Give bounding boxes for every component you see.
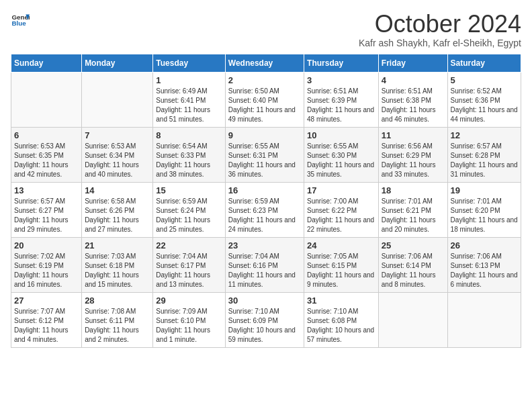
calendar-week-row: 1Sunrise: 6:49 AM Sunset: 6:41 PM Daylig…	[11, 72, 521, 127]
day-info: Sunrise: 6:58 AM Sunset: 6:26 PM Dayligh…	[85, 197, 150, 234]
day-info: Sunrise: 6:50 AM Sunset: 6:40 PM Dayligh…	[228, 87, 301, 124]
page-header: General Blue October 2024 Kafr ash Shayk…	[11, 11, 521, 48]
day-info: Sunrise: 6:51 AM Sunset: 6:38 PM Dayligh…	[382, 87, 445, 124]
calendar-cell: 9Sunrise: 6:55 AM Sunset: 6:31 PM Daylig…	[225, 127, 304, 182]
calendar-cell: 22Sunrise: 7:04 AM Sunset: 6:17 PM Dayli…	[153, 237, 225, 292]
day-info: Sunrise: 7:01 AM Sunset: 6:21 PM Dayligh…	[382, 197, 445, 234]
day-info: Sunrise: 7:04 AM Sunset: 6:17 PM Dayligh…	[156, 252, 222, 289]
calendar-cell: 15Sunrise: 6:59 AM Sunset: 6:24 PM Dayli…	[153, 182, 225, 237]
weekday-header: Thursday	[304, 54, 379, 72]
logo: General Blue	[11, 11, 30, 30]
day-info: Sunrise: 6:56 AM Sunset: 6:29 PM Dayligh…	[382, 142, 445, 179]
calendar-cell: 29Sunrise: 7:09 AM Sunset: 6:10 PM Dayli…	[153, 292, 225, 347]
weekday-header: Saturday	[447, 54, 521, 72]
calendar-cell: 18Sunrise: 7:01 AM Sunset: 6:21 PM Dayli…	[378, 182, 447, 237]
calendar-body: 1Sunrise: 6:49 AM Sunset: 6:41 PM Daylig…	[11, 72, 521, 347]
calendar-cell: 19Sunrise: 7:01 AM Sunset: 6:20 PM Dayli…	[447, 182, 521, 237]
calendar-cell	[11, 72, 82, 127]
day-info: Sunrise: 7:06 AM Sunset: 6:14 PM Dayligh…	[382, 252, 445, 289]
day-info: Sunrise: 7:05 AM Sunset: 6:15 PM Dayligh…	[307, 252, 375, 289]
day-number: 3	[307, 75, 375, 85]
calendar-cell: 13Sunrise: 6:57 AM Sunset: 6:27 PM Dayli…	[11, 182, 82, 237]
day-info: Sunrise: 7:00 AM Sunset: 6:22 PM Dayligh…	[307, 197, 375, 234]
day-number: 25	[382, 240, 445, 250]
day-number: 28	[85, 295, 150, 306]
day-number: 16	[228, 185, 301, 195]
calendar-cell: 21Sunrise: 7:03 AM Sunset: 6:18 PM Dayli…	[82, 237, 153, 292]
day-info: Sunrise: 6:49 AM Sunset: 6:41 PM Dayligh…	[156, 87, 222, 124]
weekday-header: Tuesday	[153, 54, 225, 72]
weekday-header: Wednesday	[225, 54, 304, 72]
day-info: Sunrise: 7:10 AM Sunset: 6:08 PM Dayligh…	[307, 307, 375, 345]
weekday-header: Monday	[82, 54, 153, 72]
day-number: 2	[228, 75, 301, 85]
day-number: 6	[14, 130, 79, 140]
day-number: 20	[14, 240, 79, 250]
calendar-cell: 3Sunrise: 6:51 AM Sunset: 6:39 PM Daylig…	[304, 72, 379, 127]
calendar-cell: 26Sunrise: 7:06 AM Sunset: 6:13 PM Dayli…	[447, 237, 521, 292]
day-info: Sunrise: 7:08 AM Sunset: 6:11 PM Dayligh…	[85, 307, 150, 345]
day-number: 19	[451, 185, 518, 195]
day-number: 9	[228, 130, 301, 140]
calendar-cell	[447, 292, 521, 347]
day-info: Sunrise: 6:57 AM Sunset: 6:28 PM Dayligh…	[451, 142, 518, 179]
calendar-cell: 23Sunrise: 7:04 AM Sunset: 6:16 PM Dayli…	[225, 237, 304, 292]
day-info: Sunrise: 7:01 AM Sunset: 6:20 PM Dayligh…	[451, 197, 518, 234]
calendar-table: SundayMondayTuesdayWednesdayThursdayFrid…	[11, 54, 521, 348]
location-subtitle: Kafr ash Shaykh, Kafr el-Sheikh, Egypt	[359, 38, 521, 48]
day-info: Sunrise: 6:59 AM Sunset: 6:24 PM Dayligh…	[156, 197, 222, 234]
calendar-cell: 17Sunrise: 7:00 AM Sunset: 6:22 PM Dayli…	[304, 182, 379, 237]
day-info: Sunrise: 6:53 AM Sunset: 6:34 PM Dayligh…	[85, 142, 150, 179]
calendar-cell: 8Sunrise: 6:54 AM Sunset: 6:33 PM Daylig…	[153, 127, 225, 182]
day-number: 5	[451, 75, 518, 85]
logo-icon: General Blue	[11, 11, 30, 30]
title-block: October 2024 Kafr ash Shaykh, Kafr el-Sh…	[359, 11, 521, 48]
day-number: 7	[85, 130, 150, 140]
day-info: Sunrise: 7:07 AM Sunset: 6:12 PM Dayligh…	[14, 307, 79, 345]
day-info: Sunrise: 6:54 AM Sunset: 6:33 PM Dayligh…	[156, 142, 222, 179]
day-info: Sunrise: 6:59 AM Sunset: 6:23 PM Dayligh…	[228, 197, 301, 234]
day-number: 1	[156, 75, 222, 85]
day-number: 22	[156, 240, 222, 250]
day-number: 23	[228, 240, 301, 250]
calendar-cell	[82, 72, 153, 127]
calendar-cell: 25Sunrise: 7:06 AM Sunset: 6:14 PM Dayli…	[378, 237, 447, 292]
day-number: 29	[156, 295, 222, 306]
day-number: 18	[382, 185, 445, 195]
calendar-cell: 1Sunrise: 6:49 AM Sunset: 6:41 PM Daylig…	[153, 72, 225, 127]
calendar-cell: 11Sunrise: 6:56 AM Sunset: 6:29 PM Dayli…	[378, 127, 447, 182]
day-info: Sunrise: 7:03 AM Sunset: 6:18 PM Dayligh…	[85, 252, 150, 289]
day-number: 30	[228, 295, 301, 306]
calendar-cell: 28Sunrise: 7:08 AM Sunset: 6:11 PM Dayli…	[82, 292, 153, 347]
calendar-cell: 30Sunrise: 7:10 AM Sunset: 6:09 PM Dayli…	[225, 292, 304, 347]
calendar-cell: 24Sunrise: 7:05 AM Sunset: 6:15 PM Dayli…	[304, 237, 379, 292]
calendar-cell: 12Sunrise: 6:57 AM Sunset: 6:28 PM Dayli…	[447, 127, 521, 182]
calendar-cell: 20Sunrise: 7:02 AM Sunset: 6:19 PM Dayli…	[11, 237, 82, 292]
day-info: Sunrise: 6:53 AM Sunset: 6:35 PM Dayligh…	[14, 142, 79, 179]
month-title: October 2024	[359, 11, 521, 38]
day-number: 15	[156, 185, 222, 195]
day-number: 17	[307, 185, 375, 195]
calendar-cell: 27Sunrise: 7:07 AM Sunset: 6:12 PM Dayli…	[11, 292, 82, 347]
weekday-header: Sunday	[11, 54, 82, 72]
weekday-header: Friday	[378, 54, 447, 72]
calendar-cell: 5Sunrise: 6:52 AM Sunset: 6:36 PM Daylig…	[447, 72, 521, 127]
calendar-cell: 2Sunrise: 6:50 AM Sunset: 6:40 PM Daylig…	[225, 72, 304, 127]
calendar-header: SundayMondayTuesdayWednesdayThursdayFrid…	[11, 54, 521, 72]
day-info: Sunrise: 6:51 AM Sunset: 6:39 PM Dayligh…	[307, 87, 375, 124]
day-info: Sunrise: 7:10 AM Sunset: 6:09 PM Dayligh…	[228, 307, 301, 345]
day-number: 31	[307, 295, 375, 306]
calendar-cell: 16Sunrise: 6:59 AM Sunset: 6:23 PM Dayli…	[225, 182, 304, 237]
day-number: 11	[382, 130, 445, 140]
day-number: 8	[156, 130, 222, 140]
day-number: 12	[451, 130, 518, 140]
calendar-cell: 14Sunrise: 6:58 AM Sunset: 6:26 PM Dayli…	[82, 182, 153, 237]
calendar-cell: 4Sunrise: 6:51 AM Sunset: 6:38 PM Daylig…	[378, 72, 447, 127]
weekday-row: SundayMondayTuesdayWednesdayThursdayFrid…	[11, 54, 521, 72]
calendar-cell: 10Sunrise: 6:55 AM Sunset: 6:30 PM Dayli…	[304, 127, 379, 182]
day-number: 10	[307, 130, 375, 140]
day-number: 27	[14, 295, 79, 306]
calendar-week-row: 27Sunrise: 7:07 AM Sunset: 6:12 PM Dayli…	[11, 292, 521, 347]
day-info: Sunrise: 7:09 AM Sunset: 6:10 PM Dayligh…	[156, 307, 222, 345]
day-number: 14	[85, 185, 150, 195]
